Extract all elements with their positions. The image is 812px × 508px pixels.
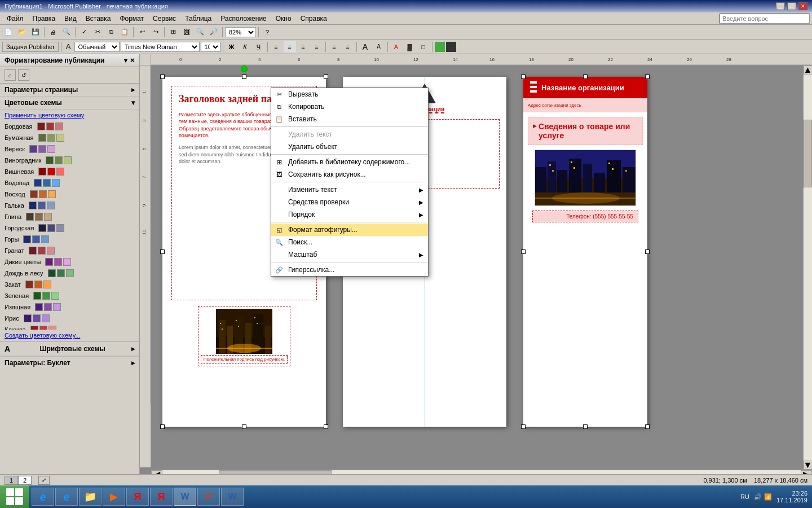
spell-btn[interactable]: ✓ [78, 27, 90, 38]
new-btn[interactable]: 📄 [2, 27, 15, 38]
scheme-закат[interactable]: Закат [0, 279, 139, 290]
dark-btn[interactable] [446, 42, 456, 52]
scheme-зеленая[interactable]: Зеленая [0, 290, 139, 301]
start-button[interactable] [0, 485, 29, 508]
text-large-btn[interactable]: A [359, 41, 372, 52]
publisher-tasks-btn[interactable]: Задачи Publisher [2, 42, 59, 52]
scheme-восход[interactable]: Восход [0, 189, 139, 200]
taskbar-explorer[interactable]: 📁 [79, 488, 102, 506]
v-scroll-thumb[interactable] [804, 120, 812, 187]
create-scheme-link[interactable]: Создать цветовую схему... [0, 330, 139, 341]
font-schemes-section[interactable]: A Шрифтовые схемы ▸ [0, 341, 139, 356]
underline-btn[interactable]: Ч [253, 41, 265, 52]
page-params-section[interactable]: Параметры страницы ▸ [0, 84, 139, 97]
scheme-клюква[interactable]: Клюква [0, 324, 139, 330]
green-btn[interactable] [435, 42, 445, 52]
panel-expand-btn[interactable]: ▾ [124, 57, 127, 64]
ctx-search[interactable]: 🔍 Поиск... [271, 236, 428, 248]
handle-r-tm[interactable] [583, 75, 588, 79]
align-justify-btn[interactable]: ≡ [311, 41, 323, 52]
taskbar-yandex2[interactable]: Я [150, 488, 173, 506]
align-right-btn[interactable]: ≡ [297, 41, 310, 52]
insert-pic-btn[interactable]: 🖼 [180, 27, 193, 38]
style-select[interactable]: Обычный [74, 42, 120, 52]
ctx-spell[interactable]: Средства проверки ▶ [271, 196, 428, 208]
zoom-out-btn[interactable]: 🔎 [208, 27, 220, 38]
page-tab-2[interactable]: 2 [18, 476, 32, 485]
scheme-вишневая[interactable]: Вишневая [0, 166, 139, 177]
scheme-вереск[interactable]: Вереск [0, 143, 139, 155]
redo-btn[interactable]: ↪ [149, 27, 162, 38]
page-tab-1[interactable]: 1 [5, 476, 18, 485]
menu-format[interactable]: Формат [115, 14, 148, 24]
handle-r-br[interactable] [645, 424, 650, 429]
zoom-select[interactable]: 82% [225, 27, 256, 37]
scroll-up-btn[interactable]: ▲ [804, 65, 813, 75]
shape-color-btn[interactable]: □ [417, 41, 430, 52]
minimize-button[interactable]: _ [776, 2, 785, 10]
ctx-format-shape[interactable]: ◱ Формат автофигуры... [271, 224, 428, 236]
ctx-delete-obj[interactable]: Удалить объект [271, 141, 428, 153]
scroll-down-btn[interactable]: ▼ [804, 461, 813, 470]
ctx-hyperlink[interactable]: 🔗 Гиперссылка... [271, 264, 428, 276]
scheme-горы[interactable]: Горы [0, 234, 139, 245]
menu-view[interactable]: Вид [60, 14, 81, 24]
num-list-btn[interactable]: ≡ [342, 41, 354, 52]
ctx-save-img[interactable]: 🖼 Сохранить как рисунок... [271, 168, 428, 181]
text-small-btn[interactable]: A [373, 41, 385, 52]
menu-arrange[interactable]: Расположение [216, 14, 271, 24]
tray-network-icon[interactable]: 📶 [764, 493, 772, 501]
taskbar-word1[interactable]: W [174, 488, 196, 506]
menu-service[interactable]: Сервис [148, 14, 180, 24]
taskbar-ie2[interactable]: e [55, 488, 78, 506]
save-btn[interactable]: 💾 [29, 27, 42, 38]
handle-r-bm[interactable] [583, 424, 588, 429]
undo-btn[interactable]: ↩ [136, 27, 148, 38]
taskbar-yandex1[interactable]: Я [126, 488, 149, 506]
tray-volume-icon[interactable]: 🔊 [754, 493, 762, 501]
maximize-button[interactable]: □ [787, 2, 796, 10]
menu-file[interactable]: Файл [2, 14, 28, 24]
cut-btn[interactable]: ✂ [91, 27, 104, 38]
scheme-галька[interactable]: Галька [0, 200, 139, 211]
scheme-водопад[interactable]: Водопад [0, 177, 139, 189]
panel-icon-2[interactable]: ↺ [18, 69, 29, 81]
taskbar-ppt[interactable]: P [197, 488, 220, 506]
font-color-btn[interactable]: A [390, 41, 403, 52]
taskbar-media[interactable]: ▶ [103, 488, 125, 506]
booklet-section[interactable]: Параметры: Буклет ▸ [0, 356, 139, 369]
help-search-input[interactable] [720, 14, 810, 24]
menu-help[interactable]: Справка [296, 14, 332, 24]
scheme-виноградник[interactable]: Виноградник [0, 155, 139, 166]
italic-btn[interactable]: К [239, 41, 251, 52]
menu-table[interactable]: Таблица [180, 14, 216, 24]
v-scroll-track[interactable] [804, 75, 812, 461]
menu-edit[interactable]: Правка [28, 14, 60, 24]
ctx-add-lib[interactable]: ⊞ Добавить в библиотеку содержимого... [271, 156, 428, 168]
ctx-change-text[interactable]: Изменить текст ▶ [271, 183, 428, 196]
open-btn[interactable]: 📂 [16, 27, 28, 38]
print-btn[interactable]: 🖨 [47, 27, 59, 38]
scheme-бумажная[interactable]: Бумажная [0, 132, 139, 143]
list-btn[interactable]: ≡ [328, 41, 341, 52]
ctx-copy[interactable]: ⧉ Копировать [271, 100, 428, 113]
scheme-дикие-цветы[interactable]: Дикие цветы [0, 256, 139, 268]
preview-btn[interactable]: 🔍 [60, 27, 73, 38]
menu-insert[interactable]: Вставка [81, 14, 116, 24]
scheme-дождь-в-лесу[interactable]: Дождь в лесу [0, 268, 139, 279]
handle-r-tr[interactable] [645, 75, 650, 79]
ctx-cut[interactable]: ✂ Вырезать [271, 88, 428, 100]
font-size-select[interactable]: 10 [201, 42, 220, 52]
scheme-городская[interactable]: Городская [0, 222, 139, 234]
paste-btn[interactable]: 📋 [118, 27, 131, 38]
image-container[interactable]: Пояснительная подпись под рисунком. [198, 306, 291, 366]
ctx-scale[interactable]: Масштаб ▶ [271, 248, 428, 261]
ctx-order[interactable]: Порядок ▶ [271, 208, 428, 221]
handle-r-mr[interactable] [645, 249, 650, 254]
panel-icon-1[interactable]: ⌂ [5, 69, 16, 81]
v-scrollbar[interactable]: ▲ ▼ [803, 65, 812, 470]
apply-scheme-link[interactable]: Применить цветовую схему [0, 110, 139, 121]
font-name-select[interactable]: Times New Roman [121, 42, 200, 52]
scheme-бордовая[interactable]: Бордовая [0, 121, 139, 132]
help-btn[interactable]: ? [261, 27, 273, 38]
